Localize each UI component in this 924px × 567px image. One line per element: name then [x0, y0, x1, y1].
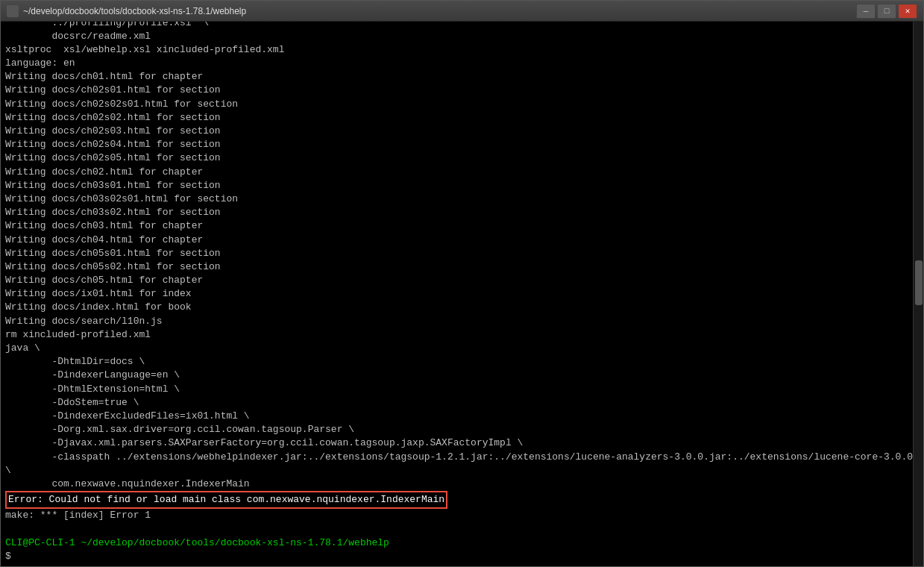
- terminal-line: -DdoStem=true \: [5, 397, 139, 408]
- terminal-line: Writing docs/ch03s02.html for section: [5, 207, 221, 218]
- error-line: Error: Could not find or load main class…: [5, 494, 447, 505]
- terminal-line: Writing docs/ix01.html for index: [5, 288, 192, 299]
- terminal-line: Writing docs/ch05s01.html for section: [5, 248, 221, 259]
- terminal-line: Writing docs/ch01.html for chapter: [5, 71, 203, 82]
- minimize-button[interactable]: —: [856, 4, 876, 19]
- terminal-line: ../profiling/profile.xsl \: [5, 22, 209, 28]
- window-controls: — □ ✕: [856, 4, 917, 19]
- terminal-line: -Dorg.xml.sax.driver=org.ccil.cowan.tags…: [5, 424, 354, 435]
- terminal-line: Writing docs/ch03s01.html for section: [5, 180, 221, 191]
- prompt-line: CLI@PC-CLI-1 ~/develop/docbook/tools/doc…: [5, 537, 389, 548]
- terminal-line: \: [5, 465, 11, 476]
- window-title: ~/develop/docbook/tools/docbook-xsl-ns-1…: [23, 6, 856, 16]
- terminal-line: -Djavax.xml.parsers.SAXParserFactory=org…: [5, 437, 523, 448]
- terminal-line: Writing docs/ch04.html for chapter: [5, 234, 203, 245]
- terminal-line: Writing docs/ch02s05.html for section: [5, 152, 221, 163]
- terminal-line: xsltproc xsl/webhelp.xsl xincluded-profi…: [5, 44, 284, 55]
- terminal-icon: [7, 5, 19, 17]
- terminal-line: language: en: [5, 57, 75, 69]
- terminal-line: Writing docs/ch02.html for chapter: [5, 166, 203, 178]
- terminal-line: -DhtmlDir=docs \: [5, 356, 145, 367]
- titlebar: ~/develop/docbook/tools/docbook-xsl-ns-1…: [1, 1, 923, 22]
- terminal-line: com.nexwave.nquindexer.IndexerMain: [5, 478, 250, 489]
- terminal-line: Writing docs/search/l10n.js: [5, 316, 163, 327]
- terminal-line: Writing docs/ch02s03.html for section: [5, 125, 221, 137]
- terminal-line: -DindexerExcludedFiles=ix01.html \: [5, 410, 250, 422]
- vertical-scrollbar[interactable]: [913, 22, 923, 566]
- terminal-line: Writing docs/ch02s02s01.html for section: [5, 98, 238, 110]
- terminal-output[interactable]: --stringparam profile.role "" \ --string…: [1, 22, 913, 566]
- terminal-line: docsrc/readme.xml: [5, 31, 151, 42]
- terminal-body: --stringparam profile.role "" \ --string…: [1, 22, 923, 566]
- close-button[interactable]: ✕: [898, 4, 917, 19]
- terminal-line: java \: [5, 342, 40, 354]
- terminal-line: Writing docs/index.html for book: [5, 301, 192, 313]
- terminal-line: -DhtmlExtension=html \: [5, 383, 180, 395]
- terminal-line: Writing docs/ch02s01.html for section: [5, 84, 221, 95]
- terminal-line: -classpath ../extensions/webhelpindexer.…: [5, 451, 913, 463]
- terminal-line: Writing docs/ch05s02.html for section: [5, 261, 221, 272]
- error-box: Error: Could not find or load main class…: [5, 491, 447, 509]
- terminal-window: ~/develop/docbook/tools/docbook-xsl-ns-1…: [0, 0, 924, 567]
- terminal-line: rm xincluded-profiled.xml: [5, 329, 151, 340]
- terminal-line: Writing docs/ch02s04.html for section: [5, 139, 221, 150]
- maximize-button[interactable]: □: [877, 4, 896, 19]
- terminal-line: Writing docs/ch03s02s01.html for section: [5, 193, 238, 204]
- terminal-line: Writing docs/ch05.html for chapter: [5, 275, 203, 286]
- terminal-line: Writing docs/ch03.html for chapter: [5, 220, 203, 231]
- dollar-prompt: $: [5, 551, 17, 562]
- terminal-line: Writing docs/ch02s02.html for section: [5, 112, 221, 123]
- scrollbar-thumb[interactable]: [915, 260, 923, 305]
- terminal-line: -DindexerLanguage=en \: [5, 369, 180, 380]
- make-error-line: make: *** [index] Error 1: [5, 510, 151, 521]
